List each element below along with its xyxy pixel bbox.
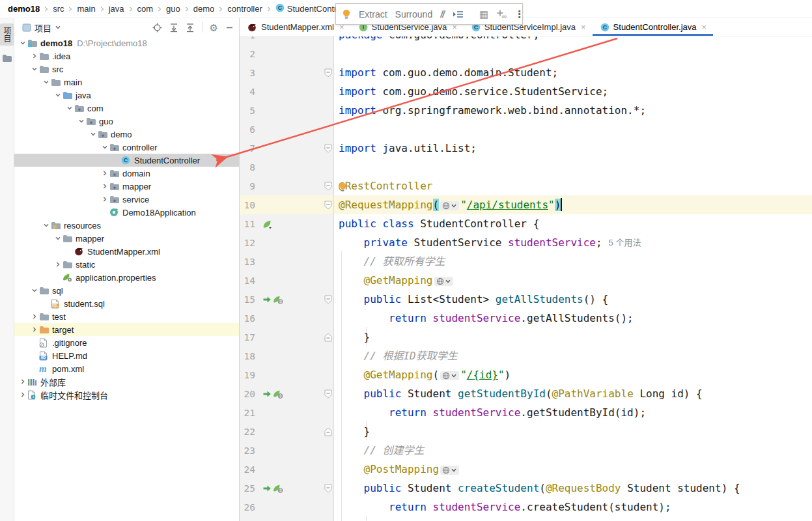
tree-chevron-icon[interactable]: [42, 222, 51, 229]
tree-chevron-icon[interactable]: [42, 79, 51, 85]
tab-StudentMapper.xml[interactable]: StudentMapper.xml×: [240, 18, 351, 36]
fold-marker-icon[interactable]: [323, 333, 333, 342]
code-line-25[interactable]: 25 public Student createStudent(@Request…: [240, 479, 812, 498]
url-mapping-inlay[interactable]: [434, 277, 453, 286]
tree-item-demo[interactable]: demo: [14, 128, 239, 141]
tree-item-StudentController[interactable]: CStudentController: [14, 154, 239, 167]
code-line-20[interactable]: 20 public Student getStudentById(@PathVa…: [240, 384, 812, 403]
code-line-12[interactable]: 12 private StudentService studentService…: [240, 233, 812, 252]
tree-chevron-icon[interactable]: [30, 66, 39, 72]
tree-item-service[interactable]: service: [14, 193, 239, 206]
tree-chevron-icon[interactable]: [53, 92, 63, 98]
tree-item-外部库[interactable]: 外部库: [14, 375, 239, 388]
breadcrumb-item-demo18[interactable]: demo18: [7, 4, 41, 14]
tree-item-临时文件和控制台[interactable]: 临时文件和控制台: [14, 388, 239, 401]
code-editor[interactable]: 1package com.guo.demo.controller;23impor…: [240, 36, 812, 521]
code-line-4[interactable]: 4import com.guo.demo.service.StudentServ…: [240, 82, 812, 101]
code-line-24[interactable]: 24 @PostMapping: [240, 460, 812, 479]
api-leaf-icon[interactable]: [273, 389, 283, 399]
locate-icon[interactable]: [152, 23, 162, 33]
api-leaf-icon[interactable]: [273, 484, 283, 493]
tree-item-main[interactable]: main: [14, 76, 239, 89]
code-line-14[interactable]: 14 @GetMapping: [240, 271, 812, 290]
breadcrumb-item-guo[interactable]: guo: [165, 4, 182, 14]
url-mapping-inlay[interactable]: [440, 371, 459, 380]
tree-item-HELP.md[interactable]: MDHELP.md: [14, 349, 239, 362]
code-line-23[interactable]: 23 // 创建学生: [240, 441, 812, 460]
tree-item-mapper[interactable]: mapper: [14, 232, 239, 245]
tree-item-.idea[interactable]: .idea: [14, 49, 239, 63]
tree-chevron-icon[interactable]: [30, 53, 39, 59]
code-line-19[interactable]: 19 @GetMapping("/{id}"): [240, 365, 812, 384]
code-line-1[interactable]: 1package com.guo.demo.controller;: [240, 36, 812, 44]
tree-chevron-icon[interactable]: [30, 326, 39, 333]
fold-marker-icon[interactable]: [323, 144, 333, 153]
tree-item-controller[interactable]: controller: [14, 141, 239, 154]
breadcrumb-item-demo[interactable]: demo: [192, 4, 216, 14]
collapse-all-icon[interactable]: [186, 23, 195, 33]
code-line-2[interactable]: 2: [240, 44, 812, 63]
code-line-10[interactable]: 10@RequestMapping("/api/students"): [240, 195, 812, 214]
table-grid-icon[interactable]: ▦: [479, 8, 488, 20]
expand-all-icon[interactable]: [169, 23, 178, 33]
bulb-icon[interactable]: [342, 9, 351, 20]
hide-icon[interactable]: [225, 23, 234, 32]
tree-item-domain[interactable]: domain: [14, 167, 239, 180]
breadcrumb-item-com[interactable]: com: [136, 4, 155, 14]
tree-chevron-icon[interactable]: [18, 391, 27, 398]
breadcrumb-item-main[interactable]: main: [76, 4, 96, 14]
fold-marker-icon[interactable]: [323, 295, 333, 304]
code-line-7[interactable]: 7import java.util.List;: [240, 139, 812, 158]
surround-template-icon[interactable]: [452, 10, 464, 19]
tree-item-guo[interactable]: guo: [14, 115, 239, 128]
tree-chevron-icon[interactable]: [89, 131, 98, 137]
usages-inlay-hint[interactable]: 5 个用法: [602, 238, 641, 247]
folder-icon[interactable]: [2, 53, 12, 65]
tree-item-pom.xml[interactable]: mpom.xml: [14, 362, 239, 375]
tree-chevron-icon[interactable]: [53, 261, 63, 268]
tree-item-sql[interactable]: sql: [14, 284, 239, 297]
run-request-icon[interactable]: [262, 389, 272, 399]
code-line-3[interactable]: 3import com.guo.demo.domain.Student;: [240, 63, 812, 82]
tree-item-student.sql[interactable]: SQLstudent.sql: [14, 297, 239, 310]
code-line-5[interactable]: 5import org.springframework.web.bind.ann…: [240, 101, 812, 120]
code-line-9[interactable]: 9@RestController: [240, 176, 812, 195]
code-line-26[interactable]: 26 return studentService.createStudent(s…: [240, 498, 812, 516]
tree-item-src[interactable]: src: [14, 63, 239, 76]
fold-marker-icon[interactable]: [323, 389, 333, 399]
code-line-21[interactable]: 21 return studentService.getStudentById(…: [240, 403, 812, 422]
code-line-17[interactable]: 17 }: [240, 328, 812, 346]
code-line-11[interactable]: 11public class StudentController {: [240, 214, 812, 233]
tree-chevron-icon[interactable]: [100, 196, 109, 203]
code-line-6[interactable]: 6: [240, 120, 812, 139]
breadcrumb-item-src[interactable]: src: [51, 4, 65, 14]
toolbar-button-surround[interactable]: Surround: [395, 9, 433, 20]
tree-item-resources[interactable]: resources: [14, 219, 239, 232]
tab-StudentController.java[interactable]: CStudentController.java×: [593, 18, 714, 36]
tree-item-target[interactable]: target: [14, 323, 239, 336]
api-leaf-icon[interactable]: [273, 295, 283, 304]
url-mapping-inlay[interactable]: [440, 201, 459, 210]
tree-chevron-icon[interactable]: [30, 287, 39, 294]
run-request-icon[interactable]: [262, 295, 272, 304]
fold-marker-icon[interactable]: [323, 427, 333, 436]
tree-item-java[interactable]: java: [14, 89, 239, 102]
tree-item-demo18[interactable]: demo18D:\Project\demo18: [14, 36, 239, 49]
fold-marker-icon[interactable]: [323, 68, 333, 77]
tree-item-com[interactable]: com: [14, 102, 239, 115]
tree-item-static[interactable]: static: [14, 258, 239, 271]
code-line-18[interactable]: 18 // 根据ID获取学生: [240, 346, 812, 365]
toolbar-button-extract[interactable]: Extract: [359, 9, 387, 20]
settings-gear-icon[interactable]: ⚙: [210, 23, 218, 33]
tree-item-.gitignore[interactable]: .gitignore: [14, 336, 239, 349]
tree-item-test[interactable]: test: [14, 310, 239, 323]
code-line-8[interactable]: 8: [240, 158, 812, 176]
url-mapping-inlay[interactable]: [440, 466, 459, 475]
tree-item-mapper[interactable]: mapper: [14, 180, 239, 193]
breadcrumb-item-java[interactable]: java: [107, 4, 126, 14]
comment-slashes-icon[interactable]: //: [440, 9, 444, 20]
tree-chevron-icon[interactable]: [100, 183, 109, 190]
tab-close-icon[interactable]: ×: [702, 22, 707, 32]
kebab-menu-icon[interactable]: ⋮: [514, 8, 524, 20]
spring-bean-icon[interactable]: [262, 219, 272, 229]
